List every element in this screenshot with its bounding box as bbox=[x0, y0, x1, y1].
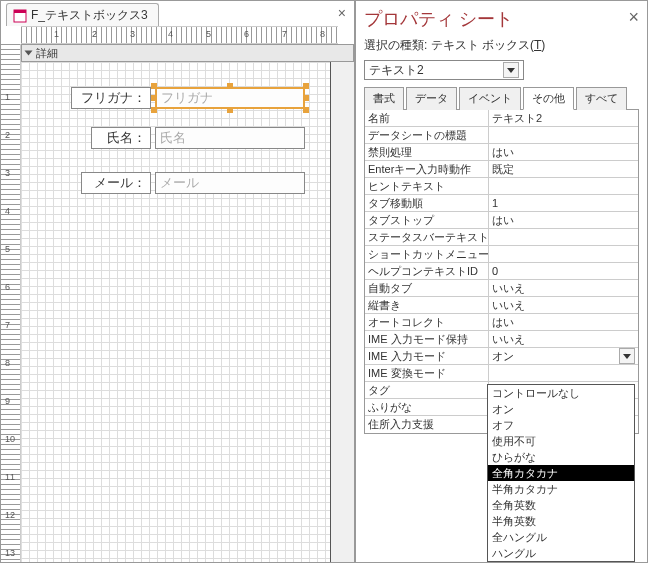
property-row[interactable]: IME 変換モード bbox=[365, 365, 638, 382]
property-row[interactable]: タブ移動順1 bbox=[365, 195, 638, 212]
property-value[interactable]: 1 bbox=[489, 195, 638, 211]
property-row[interactable]: ヘルプコンテキストID0 bbox=[365, 263, 638, 280]
selection-handle[interactable] bbox=[151, 107, 157, 113]
property-row[interactable]: オートコレクトはい bbox=[365, 314, 638, 331]
dropdown-option[interactable]: ハングル bbox=[488, 545, 634, 561]
property-name: タグ bbox=[365, 382, 489, 398]
property-row[interactable]: データシートの標題 bbox=[365, 127, 638, 144]
field-label[interactable]: 氏名： bbox=[91, 127, 151, 149]
property-value[interactable] bbox=[489, 246, 638, 262]
document-tab[interactable]: F_テキストボックス3 bbox=[6, 3, 159, 26]
property-name: ステータスバーテキスト bbox=[365, 229, 489, 245]
property-value[interactable]: はい bbox=[489, 144, 638, 160]
form-surface: フリガナ：フリガナ氏名：氏名メール：メール bbox=[21, 62, 354, 562]
field-label[interactable]: フリガナ： bbox=[71, 87, 151, 109]
property-row[interactable]: 自動タブいいえ bbox=[365, 280, 638, 297]
property-value[interactable]: いいえ bbox=[489, 280, 638, 296]
dropdown-option[interactable]: 半角英数 bbox=[488, 513, 634, 529]
property-value[interactable]: 既定 bbox=[489, 161, 638, 177]
property-value[interactable] bbox=[489, 127, 638, 143]
selection-handle[interactable] bbox=[303, 83, 309, 89]
object-selector[interactable]: テキスト2 bbox=[364, 60, 524, 80]
dropdown-option[interactable]: ひらがな bbox=[488, 449, 634, 465]
section-header-detail[interactable]: 詳細 bbox=[21, 44, 354, 62]
dropdown-option[interactable]: オフ bbox=[488, 417, 634, 433]
dropdown-option[interactable]: 全角英数 bbox=[488, 497, 634, 513]
property-row[interactable]: Enterキー入力時動作既定 bbox=[365, 161, 638, 178]
section-header-label: 詳細 bbox=[36, 46, 58, 61]
property-tab[interactable]: データ bbox=[406, 87, 457, 110]
selection-type: 選択の種類: テキスト ボックス(T) bbox=[364, 37, 639, 54]
property-name: タブストップ bbox=[365, 212, 489, 228]
property-name: Enterキー入力時動作 bbox=[365, 161, 489, 177]
field-input[interactable]: メール bbox=[155, 172, 305, 194]
property-tab[interactable]: その他 bbox=[523, 87, 574, 110]
property-name: オートコレクト bbox=[365, 314, 489, 330]
property-name: IME 入力モード bbox=[365, 348, 489, 364]
property-sheet-title: プロパティ シート bbox=[364, 7, 639, 31]
property-value[interactable]: いいえ bbox=[489, 297, 638, 313]
horizontal-ruler: 12345678 bbox=[21, 26, 338, 44]
property-row[interactable]: タブストップはい bbox=[365, 212, 638, 229]
property-value[interactable] bbox=[489, 178, 638, 194]
selection-handle[interactable] bbox=[151, 83, 157, 89]
property-row[interactable]: ショートカットメニューバー bbox=[365, 246, 638, 263]
dropdown-option[interactable]: コントロールなし bbox=[488, 385, 634, 401]
dropdown-option[interactable]: 全角カタカナ bbox=[488, 465, 634, 481]
property-row[interactable]: 禁則処理はい bbox=[365, 144, 638, 161]
property-name: 禁則処理 bbox=[365, 144, 489, 160]
property-tabs: 書式データイベントその他すべて bbox=[364, 86, 639, 109]
property-value[interactable]: 0 bbox=[489, 263, 638, 279]
property-value[interactable]: はい bbox=[489, 212, 638, 228]
selection-handle[interactable] bbox=[227, 107, 233, 113]
property-name: IME 変換モード bbox=[365, 365, 489, 381]
dropdown-option[interactable]: 使用不可 bbox=[488, 433, 634, 449]
form-grid[interactable]: フリガナ：フリガナ氏名：氏名メール：メール bbox=[21, 62, 331, 562]
property-row[interactable]: IME 入力モード保持いいえ bbox=[365, 331, 638, 348]
property-name: ふりがな bbox=[365, 399, 489, 415]
property-name: 住所入力支援 bbox=[365, 416, 489, 433]
field-input[interactable]: 氏名 bbox=[155, 127, 305, 149]
property-row[interactable]: ヒントテキスト bbox=[365, 178, 638, 195]
property-name: IME 入力モード保持 bbox=[365, 331, 489, 347]
property-name: ヘルプコンテキストID bbox=[365, 263, 489, 279]
form-design-pane: F_テキストボックス3 × 12345678 12345678910111213… bbox=[0, 0, 355, 563]
ime-mode-dropdown[interactable]: コントロールなしオンオフ使用不可ひらがな全角カタカナ半角カタカナ全角英数半角英数… bbox=[487, 384, 635, 562]
chevron-down-icon[interactable] bbox=[503, 62, 519, 78]
selection-handle[interactable] bbox=[227, 83, 233, 89]
dropdown-option[interactable]: 全ハングル bbox=[488, 529, 634, 545]
property-tab[interactable]: 書式 bbox=[364, 87, 404, 110]
document-tab-bar: F_テキストボックス3 × bbox=[1, 1, 354, 26]
property-name: データシートの標題 bbox=[365, 127, 489, 143]
property-row[interactable]: ステータスバーテキスト bbox=[365, 229, 638, 246]
chevron-down-icon[interactable] bbox=[619, 348, 635, 364]
property-name: ショートカットメニューバー bbox=[365, 246, 489, 262]
object-selector-value: テキスト2 bbox=[369, 62, 424, 79]
property-value[interactable]: オン bbox=[489, 348, 638, 364]
selection-handle[interactable] bbox=[303, 107, 309, 113]
dropdown-option[interactable]: オン bbox=[488, 401, 634, 417]
selection-handle[interactable] bbox=[151, 95, 157, 101]
property-value[interactable] bbox=[489, 365, 638, 381]
dropdown-option[interactable]: 半角カタカナ bbox=[488, 481, 634, 497]
property-name: 名前 bbox=[365, 110, 489, 126]
property-value[interactable] bbox=[489, 229, 638, 245]
selection-handle[interactable] bbox=[303, 95, 309, 101]
property-row[interactable]: 名前テキスト2 bbox=[365, 110, 638, 127]
property-row[interactable]: IME 入力モードオン bbox=[365, 348, 638, 365]
close-icon[interactable]: × bbox=[628, 7, 639, 28]
field-label[interactable]: メール： bbox=[81, 172, 151, 194]
document-tab-label: F_テキストボックス3 bbox=[31, 7, 148, 24]
property-tab[interactable]: イベント bbox=[459, 87, 521, 110]
property-row[interactable]: 縦書きいいえ bbox=[365, 297, 638, 314]
property-name: ヒントテキスト bbox=[365, 178, 489, 194]
property-tab[interactable]: すべて bbox=[576, 87, 627, 110]
form-icon bbox=[13, 9, 27, 23]
property-value[interactable]: はい bbox=[489, 314, 638, 330]
property-value[interactable]: テキスト2 bbox=[489, 110, 638, 126]
close-icon[interactable]: × bbox=[338, 5, 346, 21]
expand-icon bbox=[25, 51, 33, 56]
property-value[interactable]: いいえ bbox=[489, 331, 638, 347]
property-name: 自動タブ bbox=[365, 280, 489, 296]
field-input[interactable]: フリガナ bbox=[155, 87, 305, 109]
